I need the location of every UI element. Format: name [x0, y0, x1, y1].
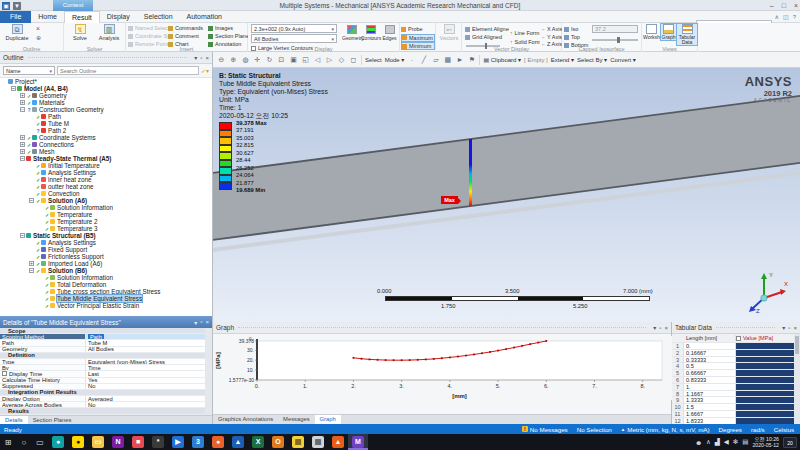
expand-icon[interactable]: +	[20, 93, 25, 98]
panel-menu-icon[interactable]: ▾	[653, 324, 656, 331]
tab-details[interactable]: Details	[0, 416, 28, 424]
property-value[interactable]: Tube M	[86, 340, 205, 345]
table-row[interactable]: 30.33333	[672, 357, 794, 364]
collapse-icon[interactable]: −	[20, 107, 25, 112]
pin-icon[interactable]: ▫	[200, 319, 202, 325]
tree-item-solution-information[interactable]: ✓Solution Information	[0, 204, 212, 211]
value-cell[interactable]	[736, 397, 794, 403]
tree-item-geometry[interactable]: +✓Geometry	[0, 92, 212, 99]
coordinate-system-button[interactable]: Coordinate System	[128, 32, 168, 40]
contours-button[interactable]: Contours	[361, 25, 380, 41]
tree-item-initial-temperature[interactable]: ✓Initial Temperature	[0, 162, 212, 169]
tree-item-tube-cross-section-equivalent-stress[interactable]: ✓Tube cross section Equivalent Stress	[0, 288, 212, 295]
geometry-button[interactable]: Geometry	[342, 25, 361, 41]
wireframe-icon[interactable]: ◻	[349, 56, 358, 64]
probe-toggle[interactable]: Probe	[401, 25, 435, 33]
globe-icon[interactable]: ◍	[241, 56, 250, 64]
status-angle-unit[interactable]: Degrees	[719, 426, 742, 433]
table-row[interactable]: 111.6667	[672, 411, 794, 418]
analysis-button[interactable]: ▥ Analysis	[96, 24, 122, 45]
stress-length-chart[interactable]: 0.1.2.3.4.5.6.7.8.1.5777e-3010.20.30.39.…	[213, 336, 672, 400]
app-dark[interactable]: *	[148, 434, 168, 450]
tree-item-vector-principal-elastic-strain[interactable]: ✓Vector Principal Elastic Strain	[0, 302, 212, 309]
tree-item-steady-state-thermal-a5-[interactable]: −Steady-State Thermal (A5)	[0, 155, 212, 162]
zoom-in-icon[interactable]: ⊕	[229, 56, 238, 64]
comment-button[interactable]: Comment	[168, 32, 208, 40]
length-cell[interactable]: 1.8333	[684, 418, 736, 424]
grid-aligned-option[interactable]: Grid Aligned	[465, 33, 509, 41]
tree-item-static-structural-b5-[interactable]: −Static Structural (B5)	[0, 232, 212, 239]
delete-icon[interactable]: ×	[36, 25, 40, 32]
checkbox-icon[interactable]	[2, 371, 7, 376]
cursor-icon[interactable]: ►	[455, 56, 464, 63]
rotate-icon[interactable]: ↻	[265, 56, 274, 64]
collapse-icon[interactable]: −	[20, 233, 25, 238]
tree-item-mesh[interactable]: +✓Mesh	[0, 148, 212, 155]
movies-app[interactable]: ▶	[168, 434, 188, 450]
browser-app[interactable]: ●	[48, 434, 68, 450]
status-units[interactable]: Metric (mm, kg, N, s, mV, mA)	[627, 426, 709, 433]
minimize-button[interactable]: –	[770, 0, 774, 11]
3d-viewport[interactable]: Max B: Static StructuralTube Middle Equi…	[213, 68, 800, 322]
box-zoom-icon[interactable]: ▣	[289, 56, 298, 64]
value-cell[interactable]	[736, 404, 794, 410]
duplicate-button[interactable]: ⧉ Duplicate	[4, 24, 30, 45]
property-value[interactable]: Equivalent (von-Mises) Stress	[86, 359, 205, 364]
iso-view-icon[interactable]: ◇	[337, 56, 346, 64]
select-vertex-icon[interactable]: ∙	[407, 56, 416, 63]
tree-item-materials[interactable]: +✓Materials	[0, 99, 212, 106]
ribbon-tab-automation[interactable]: Automation	[180, 11, 229, 23]
panel-menu-icon[interactable]: ▾	[782, 324, 785, 331]
vlc-app[interactable]: ▲	[328, 434, 348, 450]
section-plane-button[interactable]: Section Plane	[208, 32, 248, 40]
pan-icon[interactable]: ✛	[253, 56, 262, 64]
collapse-icon[interactable]: −	[29, 198, 34, 203]
length-cell[interactable]: 1.6667	[684, 411, 736, 417]
tree-item-connections[interactable]: +✓Connections	[0, 141, 212, 148]
value-cell[interactable]	[736, 418, 794, 424]
edges-button[interactable]: Edges	[380, 25, 399, 41]
ribbon-tab-result[interactable]: Result	[64, 11, 100, 23]
close-panel-icon[interactable]: ×	[205, 319, 209, 325]
tree-item-construction-geometry[interactable]: −?Construction Geometry	[0, 106, 212, 113]
filter-check-icon[interactable]: ✓▾	[201, 67, 209, 74]
flag-icon[interactable]: ⚑	[467, 56, 476, 64]
maximize-button[interactable]: □	[782, 0, 786, 11]
tree-item-model-a4-b4-[interactable]: −Model (A4, B4)	[0, 85, 212, 92]
tree-item-imported-load-a6-[interactable]: +✓Imported Load (A6)	[0, 260, 212, 267]
task-view-icon[interactable]: ▭	[32, 434, 48, 450]
value-column-header[interactable]: Value [MPa]	[736, 335, 794, 341]
length-cell[interactable]: 0.33333	[684, 357, 736, 363]
ribbon-tab-home[interactable]: Home	[31, 11, 64, 23]
length-cell[interactable]: 1.3333	[684, 397, 736, 403]
orientation-triad[interactable]: Y X Z	[744, 268, 790, 314]
zoom-fit-icon[interactable]: ◱	[301, 56, 310, 64]
value-cell[interactable]	[736, 350, 794, 356]
value-cell[interactable]	[736, 343, 794, 349]
notepad-app[interactable]: ▤	[308, 434, 328, 450]
resources-icon[interactable]: ◫	[783, 13, 789, 22]
length-cell[interactable]: 0.83333	[684, 377, 736, 383]
graph-view-button[interactable]: Graph	[661, 24, 676, 40]
hidden-icons-chevron[interactable]: ∧	[706, 438, 711, 446]
close-button[interactable]: ×	[794, 0, 798, 11]
select-edge-icon[interactable]: ╱	[419, 56, 428, 64]
status-angular-unit[interactable]: rad/s	[751, 426, 765, 433]
sticky-notes-app[interactable]: ▤	[288, 434, 308, 450]
app-navy[interactable]: ▲	[228, 434, 248, 450]
tree-item-project-[interactable]: Project*	[0, 78, 212, 85]
user-icon[interactable]: ☻	[695, 439, 702, 446]
find-icon[interactable]: ⊕	[36, 34, 41, 41]
panel-menu-icon[interactable]: ▾	[194, 54, 197, 61]
panel-menu-icon[interactable]: ▾	[194, 319, 197, 326]
start-button[interactable]: ⊞	[0, 434, 16, 450]
expand-icon[interactable]: +	[20, 100, 25, 105]
search-icon[interactable]: ○	[16, 434, 32, 450]
top-option[interactable]: Top	[564, 33, 590, 41]
pin-icon[interactable]: ▫	[200, 55, 202, 61]
minimum-toggle[interactable]: Minimum	[401, 42, 435, 50]
status-temperature-unit[interactable]: Celsius	[774, 426, 794, 433]
scoping-select[interactable]: All Bodies▾	[251, 34, 337, 43]
settings-tray-icon[interactable]: ✻	[733, 438, 738, 446]
table-row[interactable]: 101.5	[672, 404, 794, 411]
